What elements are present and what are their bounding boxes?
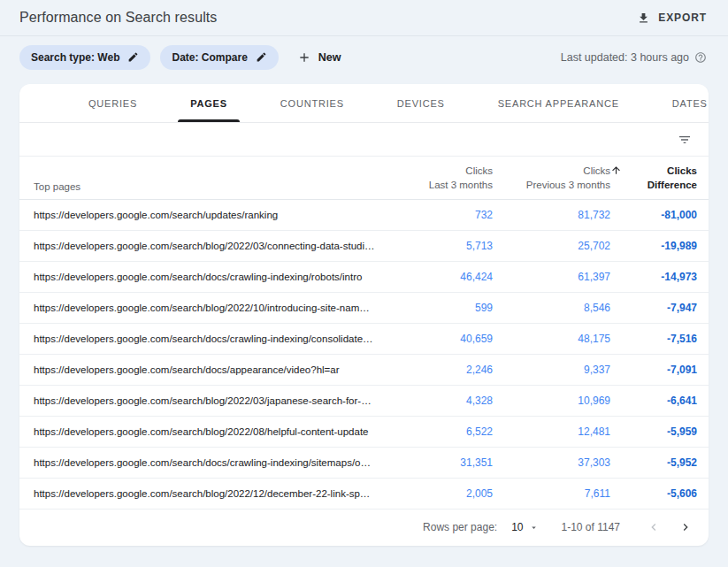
cell-page-url[interactable]: https://developers.google.com/search/blo… [19, 395, 375, 406]
chip-label: Date: Compare [172, 51, 247, 64]
filters-group: Search type: Web Date: Compare New [19, 45, 341, 70]
last-updated-text: Last updated: 3 hours ago [561, 51, 689, 64]
results-card: QUERIESPAGESCOUNTRIESDEVICESSEARCH APPEA… [19, 84, 709, 546]
tab-dates[interactable]: DATES [646, 84, 709, 122]
tabs: QUERIESPAGESCOUNTRIESDEVICESSEARCH APPEA… [19, 84, 709, 123]
cell-page-url[interactable]: https://developers.google.com/search/blo… [19, 303, 375, 313]
table-row[interactable]: https://developers.google.com/search/blo… [19, 293, 709, 324]
app: { "header": { "title": "Performance on S… [0, 0, 728, 567]
cell-clicks-previous-3-months: 8,546 [493, 302, 610, 314]
column-header-line: Last 3 months [429, 178, 493, 192]
cell-clicks-difference: -6,641 [610, 395, 697, 407]
cell-clicks-difference: -81,000 [610, 209, 697, 221]
cell-clicks-last-3-months: 4,328 [375, 395, 493, 407]
column-header-clicks-last-3-months[interactable]: Clicks Last 3 months [375, 164, 493, 192]
cell-clicks-difference: -19,989 [610, 240, 697, 252]
cell-clicks-last-3-months: 46,424 [375, 271, 493, 283]
next-page-button[interactable] [664, 517, 696, 538]
cell-clicks-previous-3-months: 25,702 [493, 240, 610, 252]
column-header-line: Clicks [667, 164, 697, 178]
cell-clicks-last-3-months: 2,005 [375, 487, 493, 500]
cell-page-url[interactable]: https://developers.google.com/search/blo… [19, 488, 375, 499]
tab-countries[interactable]: COUNTRIES [254, 84, 371, 122]
cell-clicks-last-3-months: 40,659 [375, 333, 493, 345]
cell-clicks-difference: -7,947 [610, 302, 697, 314]
cell-clicks-last-3-months: 599 [375, 302, 493, 314]
table-row[interactable]: https://developers.google.com/search/blo… [19, 231, 709, 262]
new-filter-label: New [318, 51, 341, 64]
column-header-line: Clicks [583, 164, 610, 178]
pencil-icon [256, 51, 267, 63]
table-row[interactable]: https://developers.google.com/search/blo… [19, 479, 709, 510]
cell-page-url[interactable]: https://developers.google.com/search/doc… [19, 457, 375, 468]
plus-icon [297, 50, 311, 65]
table-row[interactable]: https://developers.google.com/search/doc… [19, 324, 709, 355]
cell-clicks-last-3-months: 2,246 [375, 364, 493, 376]
export-button[interactable]: EXPORT [637, 11, 707, 25]
help-circle-icon[interactable] [694, 51, 707, 64]
cell-clicks-difference: -7,091 [610, 364, 697, 376]
cell-clicks-difference: -5,952 [610, 456, 697, 469]
cell-page-url[interactable]: https://developers.google.com/search/blo… [19, 426, 375, 437]
filter-chip-search-type[interactable]: Search type: Web [19, 45, 150, 70]
rows-per-page-value: 10 [511, 521, 523, 533]
pencil-icon [127, 51, 139, 63]
rows-per-page-select[interactable]: 10 [511, 521, 538, 533]
page-title: Performance on Search results [19, 10, 217, 26]
cell-clicks-previous-3-months: 48,175 [493, 333, 610, 345]
cell-clicks-last-3-months: 5,713 [375, 240, 493, 252]
table-row[interactable]: https://developers.google.com/search/doc… [19, 355, 709, 386]
export-label: EXPORT [658, 11, 707, 24]
cell-page-url[interactable]: https://developers.google.com/search/doc… [19, 333, 375, 344]
cell-clicks-last-3-months: 31,351 [375, 456, 493, 469]
chevron-down-icon [529, 523, 539, 533]
column-header-top-pages[interactable]: Top pages [19, 164, 375, 192]
pagination-range: 1-10 of 1147 [562, 521, 621, 533]
tab-devices[interactable]: DEVICES [371, 84, 471, 122]
column-header-line: Clicks [465, 164, 493, 178]
last-updated: Last updated: 3 hours ago [561, 51, 707, 64]
download-icon [637, 11, 650, 25]
top-bar: Performance on Search results EXPORT [0, 0, 728, 36]
cell-clicks-last-3-months: 6,522 [375, 425, 493, 438]
cell-clicks-previous-3-months: 9,337 [493, 364, 610, 376]
previous-page-button[interactable] [643, 517, 664, 538]
column-header-clicks-difference[interactable]: Clicks Difference [610, 164, 697, 192]
cell-clicks-previous-3-months: 12,481 [493, 425, 610, 438]
cell-clicks-previous-3-months: 10,969 [493, 395, 610, 407]
cell-clicks-difference: -5,606 [610, 487, 697, 500]
table-header: Top pages Clicks Last 3 months Clicks Pr… [19, 157, 709, 200]
tab-search-appearance[interactable]: SEARCH APPEARANCE [471, 84, 646, 122]
table-row[interactable]: https://developers.google.com/search/doc… [19, 262, 709, 293]
cell-clicks-difference: -5,959 [610, 425, 697, 438]
cell-clicks-previous-3-months: 37,303 [493, 456, 610, 469]
chip-label: Search type: Web [31, 51, 119, 64]
column-header-line: Previous 3 months [526, 178, 610, 192]
cell-clicks-previous-3-months: 81,732 [493, 209, 610, 221]
pagination-bar: Rows per page: 10 1-10 of 1147 [19, 510, 709, 545]
table-toolbar [19, 123, 709, 157]
cell-page-url[interactable]: https://developers.google.com/search/blo… [19, 241, 375, 251]
column-header-clicks-previous-3-months[interactable]: Clicks Previous 3 months [493, 164, 610, 192]
filter-chip-date[interactable]: Date: Compare [160, 45, 278, 70]
column-header-line: Difference [648, 178, 697, 192]
table-row[interactable]: https://developers.google.com/search/upd… [19, 200, 709, 231]
cell-page-url[interactable]: https://developers.google.com/search/upd… [19, 210, 375, 220]
cell-page-url[interactable]: https://developers.google.com/search/doc… [19, 364, 375, 375]
cell-page-url[interactable]: https://developers.google.com/search/doc… [19, 272, 375, 282]
new-filter-button[interactable]: New [297, 50, 341, 65]
tab-pages[interactable]: PAGES [164, 84, 254, 122]
table-row[interactable]: https://developers.google.com/search/doc… [19, 448, 709, 479]
column-header-lines: Clicks Difference [648, 164, 697, 192]
table-body: https://developers.google.com/search/upd… [19, 200, 709, 510]
cell-clicks-previous-3-months: 61,397 [493, 271, 610, 283]
tab-queries[interactable]: QUERIES [62, 84, 164, 122]
filter-list-icon[interactable] [678, 133, 692, 147]
cell-clicks-last-3-months: 732 [375, 209, 493, 221]
table-row[interactable]: https://developers.google.com/search/blo… [19, 417, 709, 448]
rows-per-page-label: Rows per page: [423, 521, 497, 533]
filters-row: Search type: Web Date: Compare New Last … [0, 36, 728, 78]
cell-clicks-difference: -7,516 [610, 333, 697, 345]
table-row[interactable]: https://developers.google.com/search/blo… [19, 386, 709, 417]
sort-arrow-up-icon [610, 164, 622, 176]
